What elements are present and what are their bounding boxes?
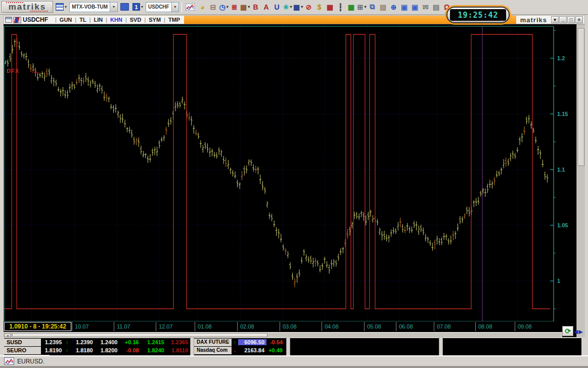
pane-blue-2-icon: ▣ <box>412 3 418 11</box>
globe-button[interactable]: ⊕ <box>388 2 399 13</box>
ticker-symbol-cell[interactable]: SEURO <box>4 347 41 354</box>
price-chart-canvas[interactable] <box>4 25 576 323</box>
money-bag-button[interactable]: $ <box>314 2 325 13</box>
cascade-windows-button[interactable]: ⧉ <box>367 2 378 13</box>
layout-1-button[interactable]: 1 ▾ <box>131 2 144 13</box>
ticker-change-cell: -0.08 <box>119 347 141 353</box>
ticker-bid-cell: 1.8180 <box>70 347 95 353</box>
save-icon <box>56 3 64 11</box>
image-button[interactable]: ▨ <box>378 2 388 13</box>
indicator-label: DFX <box>7 68 19 74</box>
maximize-button[interactable]: □ <box>567 16 575 23</box>
pane-blue-1-button[interactable]: ▣ <box>399 2 410 13</box>
scrollbar-thumb[interactable] <box>12 333 267 337</box>
arrow-down-icon: ↓ <box>232 348 238 353</box>
pan-left-button[interactable]: ◀ <box>574 328 578 335</box>
line-chart-button[interactable] <box>185 2 196 13</box>
send-to-window-button[interactable]: ⊞▾ <box>356 2 367 13</box>
clock-button[interactable]: ◷▾ <box>218 2 229 13</box>
tab-sym[interactable]: SYM <box>149 17 161 23</box>
traffic-light-icon: ┇ <box>338 3 342 11</box>
x-axis-label: 08.08 <box>478 323 492 330</box>
traffic-light-button[interactable]: ┇ <box>335 2 346 13</box>
ticker-change-cell: -0.54 <box>266 339 285 345</box>
abacus-button[interactable]: ▦ <box>325 2 335 13</box>
tab-tl[interactable]: TL <box>79 17 86 23</box>
x-axis-tick <box>195 322 195 331</box>
ticker-high-cell: 1.2415 <box>141 339 166 345</box>
v-scrollbar-thumb[interactable] <box>578 28 584 166</box>
ticker-last-cell: 2163.84 <box>238 347 266 353</box>
save-workspace-button[interactable]: ▾ <box>55 2 68 13</box>
window-frame-right <box>585 15 588 355</box>
books-icon: ≣ <box>232 3 238 11</box>
tab-svd[interactable]: SVD <box>130 17 142 23</box>
matriks-logo: matriks <box>2 1 53 13</box>
ticker-row[interactable]: DAX FUTURE↑6096.50-0.54 <box>194 338 286 346</box>
tab-separator: | <box>141 17 149 23</box>
ticker-panel-fx: SUSD1.2395↑1.23901.2400+0.161.24151.2365… <box>4 338 190 355</box>
pan-right-button[interactable]: ▶ <box>578 328 582 335</box>
chart-h-scrollbar[interactable]: ◂ <box>4 332 562 337</box>
workspace-combo[interactable]: MTX-VOB-TUM ▾ <box>69 2 118 12</box>
ticker-row[interactable]: Nasdaq Com↓2163.84+0.49 <box>194 346 286 354</box>
ticker-splitter[interactable] <box>286 337 290 355</box>
chart-tab-bar: |GUN|TL|LIN|KHN|SVD|SYM|TMP <box>52 16 180 24</box>
propeller-button[interactable]: ✳▾ <box>282 2 293 13</box>
scroll-left-button[interactable]: ◂ <box>4 333 11 337</box>
tab-separator: | <box>52 17 60 23</box>
ticker-panel-empty-1 <box>290 338 439 355</box>
chevron-down-icon: ▾ <box>290 5 292 9</box>
ticker-low-cell: 1.2365 <box>166 339 190 345</box>
mail-button[interactable]: ✉ <box>420 2 431 13</box>
chart-shortcut-icon[interactable] <box>4 357 14 365</box>
ticker-panel-indices: DAX FUTURE↑6096.50-0.54Nasdaq Com↓2163.8… <box>194 338 286 355</box>
chart-area[interactable]: DFX :1. 1.21.151.11.051 1.0910 - 8 - 19:… <box>4 24 576 337</box>
pane-blue-2-button[interactable]: ▣ <box>410 2 420 13</box>
ticker-splitter[interactable] <box>190 337 194 355</box>
chevron-down-icon[interactable]: ▾ <box>110 3 117 12</box>
font-color-button[interactable]: A <box>261 2 272 13</box>
refresh-button[interactable]: ⟳ <box>562 326 573 336</box>
underline-button[interactable]: U <box>272 2 282 13</box>
x-axis-row: 1.0910 - 8 - 19:25:42 10.0711.0712.0701.… <box>4 321 576 332</box>
minimize-button[interactable]: _ <box>559 16 567 23</box>
ticker-row[interactable]: SEURO1.8190↑1.81801.8200-0.081.82401.811… <box>4 346 190 354</box>
tab-gun[interactable]: GUN <box>60 17 72 23</box>
chart-v-scrollbar[interactable] <box>576 24 585 337</box>
matrix-button[interactable]: ▦▾ <box>293 2 303 13</box>
ticker-ask-cell: 1.8200 <box>95 347 120 353</box>
pie-chart-button[interactable]: ◕ <box>197 2 208 13</box>
books-button[interactable]: ≣ <box>229 2 240 13</box>
indicator-param: :1. <box>31 68 39 74</box>
ticker-symbol-cell[interactable]: Nasdaq Com <box>194 347 232 354</box>
table-button[interactable]: ▦ <box>346 2 356 13</box>
ticker-ask-cell: 1.2400 <box>95 339 120 345</box>
new-panel-button[interactable] <box>119 2 130 13</box>
tab-lin[interactable]: LIN <box>94 17 103 23</box>
ticker-row[interactable]: SUSD1.2395↑1.23901.2400+0.161.24151.2365 <box>4 338 190 346</box>
window-frame-left <box>0 15 4 355</box>
window-system-icon[interactable] <box>5 17 12 23</box>
hide-series-icon: ⊘ <box>306 3 312 11</box>
tab-khn[interactable]: KHN <box>110 17 122 23</box>
close-button[interactable]: × <box>575 16 583 23</box>
x-axis-tick <box>280 322 280 331</box>
symbol-combo[interactable]: USDCHF ▾ <box>146 2 179 12</box>
abacus-icon: ▦ <box>327 3 333 11</box>
calculator-button[interactable]: ▦▾ <box>240 2 250 13</box>
chevron-down-icon[interactable]: ▾ <box>171 3 178 12</box>
print-button[interactable]: ▤ <box>431 2 441 13</box>
window-menu-button[interactable]: ▾ <box>551 16 559 23</box>
hide-series-button[interactable]: ⊘ <box>303 2 314 13</box>
trolley-button[interactable]: ⊟ <box>208 2 218 13</box>
bold-button[interactable]: B <box>250 2 261 13</box>
ticker-symbol-cell[interactable]: SUSD <box>4 339 41 346</box>
ticker-splitter[interactable] <box>439 337 443 355</box>
line-chart-icon <box>186 4 195 11</box>
arrow-up-icon: ↑ <box>64 340 70 345</box>
chart-type-icon[interactable] <box>13 17 21 23</box>
tab-tmp[interactable]: TMP <box>168 17 180 23</box>
ticker-symbol-cell[interactable]: DAX FUTURE <box>194 339 232 346</box>
digital-clock[interactable]: 19:25:42 <box>446 7 510 23</box>
